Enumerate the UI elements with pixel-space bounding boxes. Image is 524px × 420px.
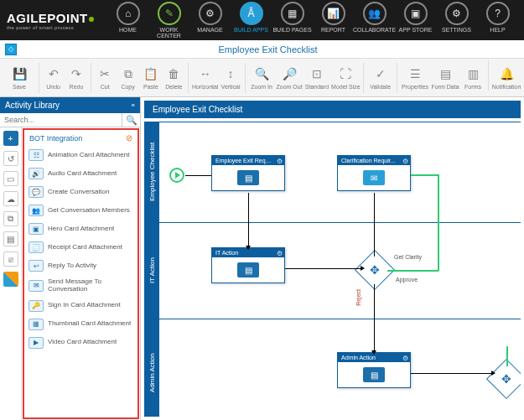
nav-help[interactable]: ?HELP xyxy=(478,2,517,39)
form-icon: ▤ xyxy=(237,262,259,277)
zoom-in-button[interactable]: 🔍Zoom In xyxy=(249,60,275,96)
cut-button[interactable]: ✂Cut xyxy=(95,60,116,96)
signin-card-icon: 🔑 xyxy=(29,300,44,312)
validate-button[interactable]: ✓Validate xyxy=(367,60,393,96)
document-title: Employee Exit Checklist xyxy=(17,44,519,54)
process-icon[interactable]: ◇ xyxy=(5,44,17,55)
task-clarification[interactable]: Clarification Requir...⚙ ✉ xyxy=(337,155,411,191)
rail-item-7[interactable] xyxy=(3,272,18,287)
search-input[interactable] xyxy=(0,113,122,127)
create-conversation-icon: 💬 xyxy=(29,186,44,198)
send-message-icon: ✉ xyxy=(29,280,44,292)
process-title: Employee Exit Checklist xyxy=(144,101,521,118)
activity-item[interactable]: 💬Create Conversation xyxy=(24,183,137,201)
gateway-label: Get Clarity xyxy=(394,254,422,260)
gear-icon[interactable]: ⚙ xyxy=(402,158,408,165)
nav-settings[interactable]: ⚙SETTINGS xyxy=(437,2,476,39)
activity-item[interactable]: ↩Reply To Activity xyxy=(24,257,137,275)
reply-icon: ↩ xyxy=(29,260,44,272)
move-icon: ✥ xyxy=(501,372,511,386)
nav-app-store[interactable]: ▣APP STORE xyxy=(396,2,435,39)
activity-item[interactable]: 🔑Sign In Card Attachment xyxy=(24,297,137,315)
form-icon: ▤ xyxy=(363,367,385,382)
nav-manage[interactable]: ⚙MANAGE xyxy=(190,2,230,39)
brand-tagline: the power of smart process xyxy=(7,25,95,30)
category-rail: + ↺ ▭ ☁ ⧉ ▤ ⎚ xyxy=(0,127,22,420)
notification-button[interactable]: 🔔Notification xyxy=(492,60,521,96)
gear-icon[interactable]: ⚙ xyxy=(277,250,283,257)
lane-employee[interactable]: Employee Checklist xyxy=(144,122,159,222)
redo-button[interactable]: ↷Redo xyxy=(65,60,86,96)
thumbnail-card-icon: ▦ xyxy=(29,319,44,330)
activity-item[interactable]: ▦Thumbnail Card Attachment xyxy=(24,315,137,334)
activity-sidebar: Activity Library « 🔍 + ↺ ▭ ☁ ⧉ ▤ ⎚ BOT I… xyxy=(0,97,141,420)
nav-work-center[interactable]: ✎WORK CENTER xyxy=(149,2,189,39)
animation-card-icon: ☷ xyxy=(29,149,44,161)
nav-collaborate[interactable]: 👥COLLABORATE xyxy=(355,2,394,39)
task-admin-action[interactable]: Admin Action⚙ ▤ xyxy=(337,352,411,388)
move-icon: ✥ xyxy=(370,263,380,277)
sidebar-title[interactable]: Activity Library « xyxy=(0,97,140,113)
video-card-icon: ▶ xyxy=(29,337,44,349)
rail-item-4[interactable]: ⧉ xyxy=(3,211,18,226)
nav-build-pages[interactable]: ▦BUILD PAGES xyxy=(272,2,312,39)
lane-it[interactable]: IT Action xyxy=(144,222,159,319)
brand-name: AGILEPOINT xyxy=(7,11,88,25)
start-event[interactable] xyxy=(169,168,184,183)
mail-icon: ✉ xyxy=(363,170,385,185)
lane-admin[interactable]: Admin Action xyxy=(144,319,159,417)
rail-item-2[interactable]: ▭ xyxy=(3,171,18,186)
brand-logo: AGILEPOINT the power of smart process xyxy=(7,11,95,30)
receipt-card-icon: 🧾 xyxy=(29,241,44,253)
properties-button[interactable]: ☰Properties xyxy=(401,60,429,96)
activity-item[interactable]: ☷Animation Card Attachment xyxy=(24,146,137,164)
top-navbar: AGILEPOINT the power of smart process ⌂H… xyxy=(0,0,524,40)
rail-item-5[interactable]: ▤ xyxy=(3,231,18,246)
vertical-button[interactable]: ↕Vertical xyxy=(220,60,241,96)
delete-button[interactable]: 🗑Delete xyxy=(163,60,184,96)
form-icon: ▤ xyxy=(237,170,259,185)
nav-build-apps[interactable]: ÅBUILD APPS xyxy=(231,2,271,39)
process-canvas[interactable]: Employee Checklist IT Action Admin Actio… xyxy=(144,122,521,417)
rail-item-3[interactable]: ☁ xyxy=(3,191,18,206)
close-category-icon[interactable]: ⊘ xyxy=(126,133,132,143)
task-employee-exit-request[interactable]: Employee Exit Request⚙ ▤ xyxy=(211,155,285,191)
copy-button[interactable]: ⧉Copy xyxy=(117,60,138,96)
audio-card-icon: 🔊 xyxy=(29,168,44,179)
toolbar-ribbon: 💾Save ↶Undo ↷Redo ✂Cut ⧉Copy 📋Paste 🗑Del… xyxy=(0,59,524,97)
rail-item-1[interactable]: ↺ xyxy=(3,151,18,166)
activity-item[interactable]: 👥Get Conversation Members xyxy=(24,201,137,220)
nav-home[interactable]: ⌂HOME xyxy=(108,2,148,39)
add-category-button[interactable]: + xyxy=(3,131,18,146)
paste-button[interactable]: 📋Paste xyxy=(140,60,161,96)
gear-icon[interactable]: ⚙ xyxy=(402,355,408,362)
gear-icon[interactable]: ⚙ xyxy=(277,158,283,165)
document-subheader: ◇ Employee Exit Checklist xyxy=(0,40,524,59)
nav-report[interactable]: 📊REPORT xyxy=(314,2,353,39)
activity-item[interactable]: ▶Video Card Attachment xyxy=(24,334,137,352)
forms-button[interactable]: ▥Forms xyxy=(461,60,485,96)
activity-item[interactable]: 🔊Audio Card Attachment xyxy=(24,164,137,183)
task-it-action[interactable]: IT Action⚙ ▤ xyxy=(211,247,285,283)
hero-card-icon: ▣ xyxy=(29,223,44,235)
model-size-button[interactable]: ⛶Model Size xyxy=(331,60,360,96)
undo-button[interactable]: ↶Undo xyxy=(43,60,64,96)
gateway-approve-label: Approve xyxy=(396,277,418,283)
activity-list-panel: BOT Integration ⊘ ☷Animation Card Attach… xyxy=(23,128,139,419)
rail-item-6[interactable]: ⎚ xyxy=(3,251,18,267)
activity-item[interactable]: ✉Send Message To Conversation xyxy=(24,275,137,297)
form-data-button[interactable]: ▤Form Data xyxy=(431,60,459,96)
standard-button[interactable]: ⊡Standard xyxy=(304,60,330,96)
process-canvas-area: Employee Exit Checklist Employee Checkli… xyxy=(141,97,524,420)
gateway-reject-label: Reject xyxy=(355,289,361,306)
activity-item[interactable]: 🧾Receipt Card Attachment xyxy=(24,238,137,257)
save-button[interactable]: 💾Save xyxy=(3,60,35,96)
category-title: BOT Integration xyxy=(29,134,82,143)
zoom-out-button[interactable]: 🔎Zoom Out xyxy=(276,60,302,96)
collapse-icon[interactable]: « xyxy=(132,101,135,109)
get-members-icon: 👥 xyxy=(29,205,44,216)
search-button[interactable]: 🔍 xyxy=(122,113,140,127)
activity-item[interactable]: ▣Hero Card Attachment xyxy=(24,220,137,238)
horizontal-button[interactable]: ↔Horizontal xyxy=(192,60,219,96)
